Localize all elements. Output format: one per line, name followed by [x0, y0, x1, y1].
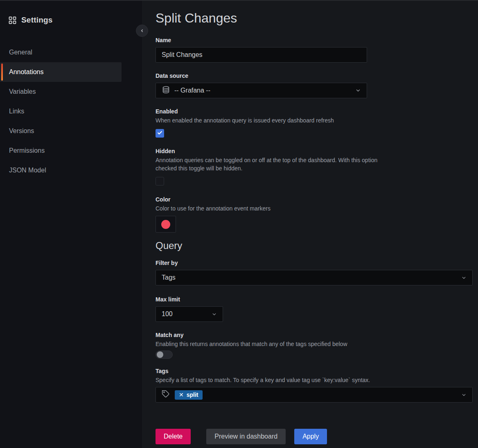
close-icon[interactable]: ✕: [179, 392, 184, 398]
enabled-field: Enabled When enabled the annotation quer…: [156, 108, 473, 138]
settings-sidebar: Settings General Annotations Variables L…: [0, 1, 142, 448]
match-any-description: Enabling this returns annotations that m…: [156, 340, 473, 348]
delete-button[interactable]: Delete: [156, 429, 191, 444]
tag-pill-split[interactable]: ✕ split: [175, 390, 203, 400]
sidebar-item-links[interactable]: Links: [0, 102, 122, 121]
hidden-checkbox[interactable]: [156, 177, 164, 186]
color-picker[interactable]: [156, 216, 176, 233]
data-source-field: Data source -- Grafana --: [156, 72, 473, 98]
sidebar-item-versions[interactable]: Versions: [0, 121, 122, 141]
data-source-select[interactable]: -- Grafana --: [156, 83, 367, 98]
hidden-field: Hidden Annotation queries can be toggled…: [156, 148, 473, 186]
sidebar-item-json-model[interactable]: JSON Model: [0, 161, 122, 180]
match-any-field: Match any Enabling this returns annotati…: [156, 332, 473, 359]
tags-description: Specify a list of tags to match. To spec…: [156, 376, 473, 384]
filter-by-select[interactable]: Tags: [156, 270, 473, 285]
name-input[interactable]: [162, 51, 361, 59]
toggle-knob: [157, 351, 163, 358]
color-description: Color to use for the annotation event ma…: [156, 204, 473, 213]
max-limit-label: Max limit: [156, 296, 473, 303]
collapse-sidebar-button[interactable]: [136, 25, 148, 37]
hidden-label: Hidden: [156, 148, 473, 155]
data-source-value: -- Grafana --: [174, 87, 210, 94]
database-icon: [162, 86, 170, 96]
chevron-left-icon: [140, 28, 144, 34]
sidebar-item-general[interactable]: General: [0, 43, 122, 62]
chevron-down-icon: [461, 392, 467, 398]
preview-in-dashboard-button[interactable]: Preview in dashboard: [206, 429, 286, 444]
match-any-label: Match any: [156, 332, 473, 339]
sidebar-item-annotations[interactable]: Annotations: [0, 62, 122, 82]
dashboard-settings-page: Settings General Annotations Variables L…: [0, 1, 478, 448]
color-swatch: [161, 220, 170, 229]
color-field: Color Color to use for the annotation ev…: [156, 196, 473, 233]
enabled-description: When enabled the annotation query is iss…: [156, 116, 473, 124]
filter-by-field: Filter by Tags: [156, 260, 473, 285]
filter-by-label: Filter by: [156, 260, 473, 267]
chevron-down-icon: [212, 312, 217, 317]
tag-icon: [162, 390, 170, 400]
data-source-label: Data source: [156, 72, 473, 79]
max-limit-value: 100: [162, 310, 173, 318]
chevron-down-icon: [355, 88, 361, 93]
sidebar-header: Settings: [0, 16, 142, 25]
sidebar-item-variables[interactable]: Variables: [0, 82, 122, 102]
enabled-label: Enabled: [156, 108, 473, 115]
action-buttons: Delete Preview in dashboard Apply: [156, 429, 473, 444]
max-limit-field: Max limit 100: [156, 296, 473, 322]
name-field: Name: [156, 37, 473, 63]
hidden-description: Annotation queries can be toggled on or …: [156, 156, 393, 172]
check-icon: [157, 130, 162, 137]
filter-by-value: Tags: [162, 274, 176, 281]
name-label: Name: [156, 37, 473, 44]
enabled-checkbox[interactable]: [156, 129, 164, 138]
page-title: Split Changes: [156, 11, 473, 26]
apply-button[interactable]: Apply: [294, 429, 327, 444]
apps-grid-icon: [9, 16, 16, 24]
tags-input[interactable]: ✕ split: [156, 387, 473, 403]
sidebar-title: Settings: [21, 16, 53, 25]
tags-field: Tags Specify a list of tags to match. To…: [156, 368, 473, 403]
tags-label: Tags: [156, 368, 473, 375]
query-section-heading: Query: [156, 240, 473, 251]
chevron-down-icon: [461, 275, 467, 281]
match-any-toggle[interactable]: [156, 351, 173, 359]
sidebar-item-permissions[interactable]: Permissions: [0, 141, 122, 161]
settings-nav: General Annotations Variables Links Vers…: [0, 43, 122, 180]
max-limit-select[interactable]: 100: [156, 306, 223, 322]
name-input-wrapper: [156, 47, 367, 63]
annotation-editor: Split Changes Name Data source: [142, 1, 478, 448]
color-label: Color: [156, 196, 473, 203]
tag-pill-label: split: [187, 391, 198, 398]
